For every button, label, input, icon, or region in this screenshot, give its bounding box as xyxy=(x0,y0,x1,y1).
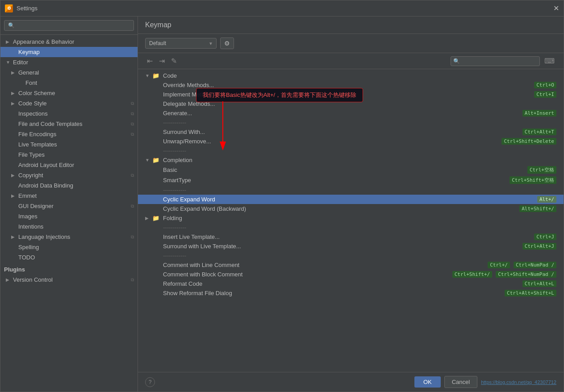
sidebar-item-android-layout-editor[interactable]: Android Layout Editor xyxy=(0,160,138,170)
keymap-tree-item[interactable]: ▶📁Folding xyxy=(138,213,564,223)
keymap-tree-item[interactable]: Insert Live Template...Ctrl+J xyxy=(138,232,564,242)
expand-all-button[interactable]: ⇥ xyxy=(157,56,167,66)
sidebar-item-intentions[interactable]: Intentions xyxy=(0,221,138,232)
keymap-tree-item[interactable]: SmartTypeCtrl+Shift+空格 xyxy=(138,175,564,185)
keymap-tree-item[interactable]: Override Methods...Ctrl+O xyxy=(138,80,564,90)
keymap-item-label: Surround with Live Template... xyxy=(163,243,519,250)
panel-toolbar: Default Eclipse Emacs NetBeans 6.5 Visua… xyxy=(138,34,564,53)
keymap-tree-item[interactable]: Comment with Line CommentCtrl+/Ctrl+NumP… xyxy=(138,260,564,270)
shortcut-badge: Alt+Insert xyxy=(522,110,556,117)
sidebar-item-images[interactable]: Images xyxy=(0,211,138,221)
folder-icon: 📁 xyxy=(152,215,159,221)
sidebar: ▶ Appearance & Behavior Keymap ▼ Editor … xyxy=(0,17,138,392)
keymap-tree: ▼📁CodeOverride Methods...Ctrl+OImplement… xyxy=(138,69,564,372)
keymap-tree-item[interactable]: ▼📁Code xyxy=(138,71,564,80)
copy-icon: ⧉ xyxy=(131,132,134,137)
sidebar-item-spelling[interactable]: Spelling xyxy=(0,242,138,252)
sidebar-item-color-scheme[interactable]: ▶ Color Scheme xyxy=(0,88,138,98)
sidebar-item-appearance[interactable]: ▶ Appearance & Behavior xyxy=(0,37,138,47)
sidebar-item-language-injections[interactable]: ▶ Language Injections ⧉ xyxy=(0,232,138,242)
collapse-all-button[interactable]: ⇤ xyxy=(145,56,155,66)
sidebar-item-label: Appearance & Behavior xyxy=(13,38,74,45)
keymap-tree-item[interactable]: Reformat CodeCtrl+Alt+L xyxy=(138,279,564,288)
expand-arrow: ▼ xyxy=(145,73,150,78)
shortcut-badge: Ctrl+Alt+J xyxy=(522,243,556,250)
keymap-item-label: Completion xyxy=(163,157,556,163)
sidebar-item-code-style[interactable]: ▶ Code Style ⧉ xyxy=(0,98,138,108)
sidebar-item-label: File Types xyxy=(18,151,45,158)
edit-button[interactable]: ✎ xyxy=(169,56,179,66)
right-panel: Keymap Default Eclipse Emacs NetBeans 6.… xyxy=(138,17,564,392)
sidebar-item-label: Plugins xyxy=(4,266,25,273)
shortcut-badge: Alt+/ xyxy=(537,196,556,203)
keymap-tree-item[interactable]: ▼📁Completion xyxy=(138,155,564,165)
sidebar-item-file-encodings[interactable]: File Encodings ⧉ xyxy=(0,129,138,139)
expand-arrow: ▶ xyxy=(11,70,17,75)
keymap-search-input[interactable] xyxy=(451,56,540,66)
sidebar-item-label: Language Injections xyxy=(18,234,70,240)
sidebar-item-font[interactable]: Font xyxy=(0,78,138,88)
keymap-tree-item[interactable]: Surround with Live Template...Ctrl+Alt+J xyxy=(138,242,564,251)
sidebar-item-editor[interactable]: ▼ Editor xyxy=(0,57,138,67)
keymap-tree-item[interactable]: Generate...Alt+Insert xyxy=(138,108,564,118)
sidebar-item-label: Images xyxy=(18,213,38,220)
sidebar-item-inspections[interactable]: Inspections ⧉ xyxy=(0,108,138,119)
sidebar-item-file-types[interactable]: File Types xyxy=(0,150,138,160)
close-button[interactable]: ✕ xyxy=(553,4,559,13)
keymap-tree-item[interactable]: Cyclic Expand Word (Backward)Alt+Shift+/ xyxy=(138,204,564,213)
help-button[interactable]: ? xyxy=(145,377,155,387)
copy-icon: ⧉ xyxy=(131,121,134,127)
sidebar-item-label: Font xyxy=(25,79,37,86)
keymap-tree-item[interactable]: Implement Methods...Ctrl+I xyxy=(138,90,564,99)
main-content: ▶ Appearance & Behavior Keymap ▼ Editor … xyxy=(0,17,564,392)
shortcut-badge: Ctrl+I xyxy=(534,91,556,98)
watermark-link: https://blog.csdn.net/qq_42307712 xyxy=(481,379,556,385)
keymap-tree-item[interactable]: ------------ xyxy=(138,251,564,260)
sidebar-item-emmet[interactable]: ▶ Emmet xyxy=(0,191,138,201)
sidebar-item-gui-designer[interactable]: GUI Designer ⧉ xyxy=(0,201,138,211)
keymap-tree-item[interactable]: Comment with Block CommentCtrl+Shift+/Ct… xyxy=(138,270,564,279)
sidebar-item-label: Spelling xyxy=(18,244,39,250)
keymap-select-wrapper: Default Eclipse Emacs NetBeans 6.5 Visua… xyxy=(145,38,217,49)
folder-icon: 📁 xyxy=(152,157,159,163)
keymap-tree-item[interactable]: Surround With...Ctrl+Alt+T xyxy=(138,127,564,137)
keymap-tree-item[interactable]: Delegate Methods... xyxy=(138,99,564,108)
shortcut-badge: Ctrl+NumPad / xyxy=(514,262,556,268)
keymap-tree-item[interactable]: Cyclic Expand WordAlt+/ xyxy=(138,195,564,204)
keymap-item-label: Reformat Code xyxy=(163,280,519,287)
keymap-tree-item[interactable]: ------------ xyxy=(138,118,564,127)
keymap-tree-item[interactable]: Show Reformat File DialogCtrl+Alt+Shift+… xyxy=(138,288,564,298)
sidebar-item-label: File and Code Templates xyxy=(18,121,83,127)
sidebar-item-todo[interactable]: TODO xyxy=(0,252,138,263)
sidebar-item-general[interactable]: ▶ General xyxy=(0,67,138,78)
keymap-item-label: Code xyxy=(163,72,556,79)
keymap-item-label: Show Reformat File Dialog xyxy=(163,290,501,296)
keymap-tree-item[interactable]: Unwrap/Remove...Ctrl+Shift+Delete xyxy=(138,137,564,146)
sidebar-search-area xyxy=(0,17,138,35)
sidebar-item-live-templates[interactable]: Live Templates xyxy=(0,139,138,150)
sidebar-item-android-data-binding[interactable]: Android Data Binding xyxy=(0,180,138,191)
sidebar-item-file-code-templates[interactable]: File and Code Templates ⧉ xyxy=(0,119,138,129)
keymap-item-label: ------------ xyxy=(163,187,556,193)
keymap-gear-button[interactable]: ⚙ xyxy=(220,38,234,49)
keymap-tree-item[interactable]: ------------ xyxy=(138,185,564,195)
shortcut-badge: Ctrl+Alt+Shift+L xyxy=(505,290,556,296)
keymap-dropdown[interactable]: Default Eclipse Emacs NetBeans 6.5 Visua… xyxy=(145,38,217,49)
shortcut-badge: Ctrl+Shift+/ xyxy=(452,271,492,278)
ok-button[interactable]: OK xyxy=(414,376,441,388)
cancel-button[interactable]: Cancel xyxy=(444,376,477,388)
sidebar-item-keymap[interactable]: Keymap xyxy=(0,47,138,57)
keymap-tree-item[interactable]: ------------ xyxy=(138,223,564,232)
keymap-tree-item[interactable]: BasicCtrl+空格 xyxy=(138,165,564,175)
sidebar-item-copyright[interactable]: ▶ Copyright ⧉ xyxy=(0,170,138,180)
expand-arrow: ▶ xyxy=(11,173,17,178)
keymap-action-buttons: ⇤ ⇥ ✎ xyxy=(145,56,179,66)
keymap-content-area: 我们要将Basic热键改为Alt+/，首先需要将下面这个热键移除 ▼📁CodeO… xyxy=(138,69,564,372)
sidebar-item-version-control[interactable]: ▶ Version Control ⧉ xyxy=(0,275,138,285)
sidebar-item-label: File Encodings xyxy=(18,131,56,138)
sidebar-search-input[interactable] xyxy=(4,20,134,31)
keymap-tree-item[interactable]: ------------ xyxy=(138,146,564,155)
filter-button[interactable]: ⌨ xyxy=(543,56,556,66)
sidebar-item-label: Intentions xyxy=(18,223,43,230)
keymap-item-label: Comment with Block Comment xyxy=(163,271,449,278)
